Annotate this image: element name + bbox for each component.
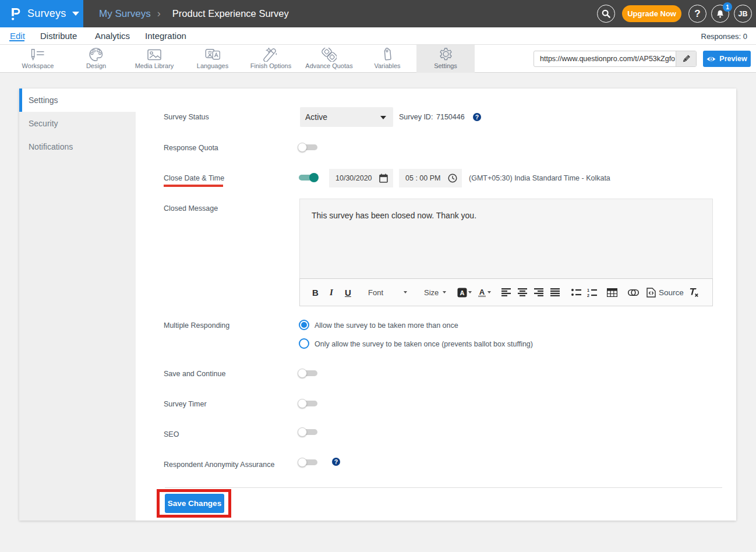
svg-text:1: 1 bbox=[587, 288, 589, 292]
svg-text:2: 2 bbox=[587, 293, 589, 297]
svg-text:A: A bbox=[479, 288, 485, 296]
svg-text:A: A bbox=[460, 289, 465, 296]
